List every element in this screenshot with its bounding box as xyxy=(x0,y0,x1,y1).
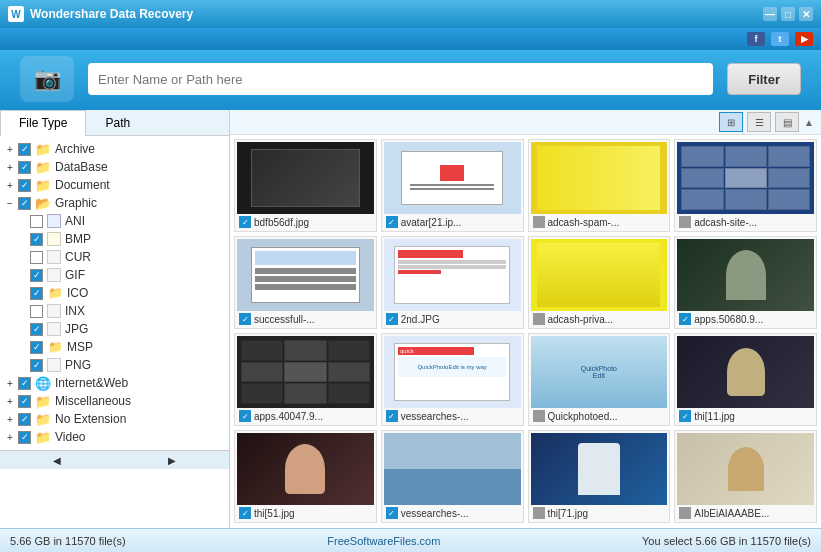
checkbox-database[interactable]: ✓ xyxy=(18,161,31,174)
grid-label-1: ✓ avatar[21.ip... xyxy=(384,214,521,229)
scroll-up[interactable]: ▲ xyxy=(803,112,815,132)
grid-item-2[interactable]: adcash-spam-... xyxy=(528,139,671,232)
grid-label-14: thi[71.jpg xyxy=(531,505,668,520)
file-icon-png xyxy=(47,358,61,372)
status-bar: 5.66 GB in 11570 file(s) FreeSoftwareFil… xyxy=(0,528,821,552)
minimize-button[interactable]: — xyxy=(763,7,777,21)
file-icon-inx xyxy=(47,304,61,318)
checkbox-gif[interactable]: ✓ xyxy=(30,269,43,282)
item-check-3[interactable] xyxy=(679,216,691,228)
tree-label-gif: GIF xyxy=(65,268,85,282)
sidebar-prev-button[interactable]: ◀ xyxy=(0,451,115,469)
checkbox-archive[interactable]: ✓ xyxy=(18,143,31,156)
list-view-button[interactable]: ☰ xyxy=(747,112,771,132)
thumbnail-15 xyxy=(677,433,814,505)
sidebar-next-button[interactable]: ▶ xyxy=(115,451,230,469)
grid-item-9[interactable]: quick QuickPhotoEdit is my way ✓ vessear… xyxy=(381,333,524,426)
grid-label-3: adcash-site-... xyxy=(677,214,814,229)
folder-icon-ico: 📁 xyxy=(47,287,63,300)
tree-item-database[interactable]: + ✓ 📁 DataBase xyxy=(0,158,229,176)
grid-item-10[interactable]: QuickPhotoEdit Quickphotoed... xyxy=(528,333,671,426)
filter-button[interactable]: Filter xyxy=(727,63,801,95)
grid-label-10: Quickphotoed... xyxy=(531,408,668,423)
item-check-9[interactable]: ✓ xyxy=(386,410,398,422)
tree-item-png[interactable]: ✓ PNG xyxy=(0,356,229,374)
tree-item-ico[interactable]: ✓ 📁 ICO xyxy=(0,284,229,302)
item-check-8[interactable]: ✓ xyxy=(239,410,251,422)
grid-item-12[interactable]: ✓ thi[51.jpg xyxy=(234,430,377,523)
expander-jpg xyxy=(16,323,28,335)
tab-file-type[interactable]: File Type xyxy=(0,110,86,136)
tree-item-cur[interactable]: CUR xyxy=(0,248,229,266)
grid-label-13: ✓ vessearches-... xyxy=(384,505,521,520)
grid-item-1[interactable]: ✓ avatar[21.ip... xyxy=(381,139,524,232)
item-check-5[interactable]: ✓ xyxy=(386,313,398,325)
tree-item-graphic[interactable]: − ✓ 📂 Graphic xyxy=(0,194,229,212)
close-button[interactable]: ✕ xyxy=(799,7,813,21)
tree-item-misc[interactable]: + ✓ 📁 Miscellaneous xyxy=(0,392,229,410)
checkbox-jpg[interactable]: ✓ xyxy=(30,323,43,336)
tree-item-noext[interactable]: + ✓ 📁 No Extension xyxy=(0,410,229,428)
checkbox-noext[interactable]: ✓ xyxy=(18,413,31,426)
tree-label-misc: Miscellaneous xyxy=(55,394,131,408)
tree-item-archive[interactable]: + ✓ 📁 Archive xyxy=(0,140,229,158)
item-check-14[interactable] xyxy=(533,507,545,519)
item-check-7[interactable]: ✓ xyxy=(679,313,691,325)
tree-item-internet[interactable]: + ✓ 🌐 Internet&Web xyxy=(0,374,229,392)
item-check-12[interactable]: ✓ xyxy=(239,507,251,519)
expand-icon-graphic: − xyxy=(4,197,16,209)
tree-item-bmp[interactable]: ✓ BMP xyxy=(0,230,229,248)
checkbox-cur[interactable] xyxy=(30,251,43,264)
item-check-13[interactable]: ✓ xyxy=(386,507,398,519)
grid-item-5[interactable]: ✓ 2nd.JPG xyxy=(381,236,524,329)
checkbox-inx[interactable] xyxy=(30,305,43,318)
checkbox-ani[interactable] xyxy=(30,215,43,228)
grid-view-button[interactable]: ⊞ xyxy=(719,112,743,132)
grid-item-0[interactable]: ✓ bdfb56df.jpg xyxy=(234,139,377,232)
checkbox-misc[interactable]: ✓ xyxy=(18,395,31,408)
tree-item-msp[interactable]: ✓ 📁 MSP xyxy=(0,338,229,356)
expand-icon: + xyxy=(4,161,16,173)
grid-item-4[interactable]: ✓ successfull-... xyxy=(234,236,377,329)
facebook-icon[interactable]: f xyxy=(747,32,765,46)
grid-item-11[interactable]: ✓ thi[11.jpg xyxy=(674,333,817,426)
item-check-11[interactable]: ✓ xyxy=(679,410,691,422)
tree-item-jpg[interactable]: ✓ JPG xyxy=(0,320,229,338)
tree-item-inx[interactable]: INX xyxy=(0,302,229,320)
youtube-icon[interactable]: ▶ xyxy=(795,32,813,46)
checkbox-ico[interactable]: ✓ xyxy=(30,287,43,300)
expand-icon: + xyxy=(4,377,16,389)
checkbox-msp[interactable]: ✓ xyxy=(30,341,43,354)
folder-icon-noext: 📁 xyxy=(35,413,51,426)
grid-item-14[interactable]: thi[71.jpg xyxy=(528,430,671,523)
grid-item-6[interactable]: adcash-priva... xyxy=(528,236,671,329)
detail-view-button[interactable]: ▤ xyxy=(775,112,799,132)
checkbox-png[interactable]: ✓ xyxy=(30,359,43,372)
tree-item-video[interactable]: + ✓ 📁 Video xyxy=(0,428,229,446)
tree-item-gif[interactable]: ✓ GIF xyxy=(0,266,229,284)
item-check-15[interactable] xyxy=(679,507,691,519)
checkbox-graphic[interactable]: ✓ xyxy=(18,197,31,210)
item-check-4[interactable]: ✓ xyxy=(239,313,251,325)
twitter-icon[interactable]: t xyxy=(771,32,789,46)
thumbnail-6 xyxy=(531,239,668,311)
grid-item-15[interactable]: AIbEiAIAAABE... xyxy=(674,430,817,523)
grid-item-7[interactable]: ✓ apps.50680.9... xyxy=(674,236,817,329)
search-input[interactable] xyxy=(88,63,713,95)
item-check-0[interactable]: ✓ xyxy=(239,216,251,228)
item-check-6[interactable] xyxy=(533,313,545,325)
checkbox-internet[interactable]: ✓ xyxy=(18,377,31,390)
grid-item-3[interactable]: adcash-site-... xyxy=(674,139,817,232)
checkbox-bmp[interactable]: ✓ xyxy=(30,233,43,246)
tab-path[interactable]: Path xyxy=(86,110,149,135)
item-check-1[interactable]: ✓ xyxy=(386,216,398,228)
grid-item-13[interactable]: ✓ vessearches-... xyxy=(381,430,524,523)
maximize-button[interactable]: □ xyxy=(781,7,795,21)
item-check-10[interactable] xyxy=(533,410,545,422)
tree-item-document[interactable]: + ✓ 📁 Document xyxy=(0,176,229,194)
checkbox-document[interactable]: ✓ xyxy=(18,179,31,192)
item-check-2[interactable] xyxy=(533,216,545,228)
checkbox-video[interactable]: ✓ xyxy=(18,431,31,444)
grid-item-8[interactable]: ✓ apps.40047.9... xyxy=(234,333,377,426)
tree-item-ani[interactable]: ANI xyxy=(0,212,229,230)
